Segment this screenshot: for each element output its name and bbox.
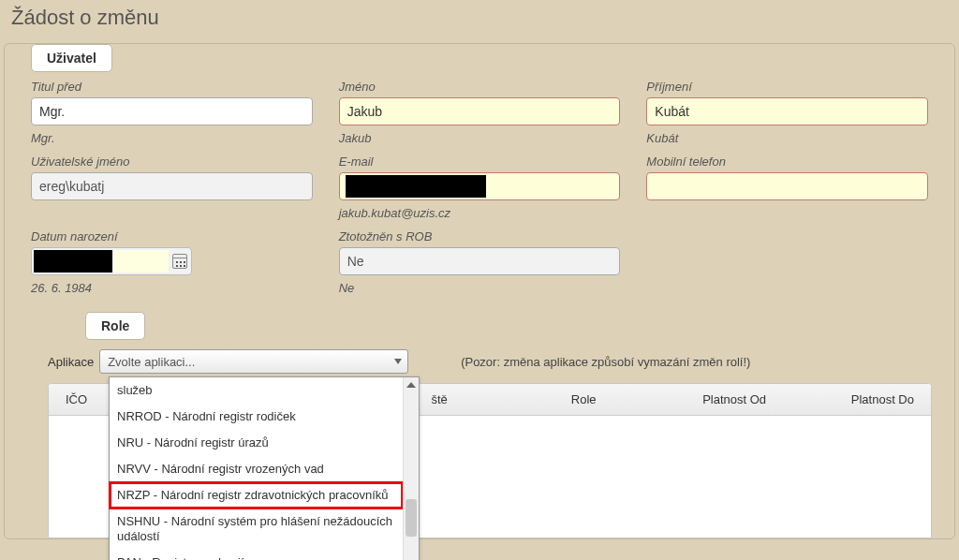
aplikace-dropdown[interactable]: služebNRROD - Národní registr rodičekNRU…	[109, 376, 420, 560]
phone-label: Mobilní telefon	[646, 155, 928, 169]
aplikace-warning: (Pozor: změna aplikace způsobí vymazání …	[461, 355, 750, 369]
page-title: Žádost o změnu	[4, 0, 955, 43]
rob-label: Ztotožněn s ROB	[339, 229, 621, 243]
dropdown-item[interactable]: NRZP - Národní registr zdravotnických pr…	[110, 482, 403, 508]
email-redacted	[346, 175, 486, 198]
aplikace-label: Aplikace	[48, 355, 94, 369]
email-label: E-mail	[339, 155, 621, 169]
dropdown-item[interactable]: NRROD - Národní registr rodiček	[110, 404, 403, 430]
user-legend: Uživatel	[31, 44, 112, 72]
phone-input[interactable]	[646, 172, 928, 200]
titul-pred-sub: Mgr.	[31, 131, 313, 145]
dob-input-wrap[interactable]	[31, 247, 192, 275]
dropdown-item[interactable]: NRU - Národní registr úrazů	[110, 430, 403, 456]
dob-redacted	[34, 250, 112, 273]
col-role: Role	[554, 392, 686, 406]
aplikace-select[interactable]: Zvolte aplikaci...	[99, 349, 408, 374]
scroll-up-icon[interactable]	[404, 377, 419, 392]
jmeno-label: Jméno	[339, 80, 621, 94]
dob-sub: 26. 6. 1984	[31, 281, 313, 295]
col-jmeno-suffix: ště	[414, 392, 553, 406]
col-platnost-do: Platnost Do	[834, 392, 931, 406]
username-input	[31, 172, 313, 200]
aplikace-select-text: Zvolte aplikaci...	[108, 355, 195, 369]
user-fieldset: Uživatel Titul před Mgr. Jméno Jakub Pří…	[22, 59, 937, 304]
dropdown-item[interactable]: služeb	[110, 377, 403, 404]
rob-sub: Ne	[339, 281, 621, 295]
titul-pred-input[interactable]	[31, 97, 313, 125]
dropdown-scrollbar[interactable]	[403, 377, 419, 560]
prijmeni-sub: Kubát	[646, 131, 928, 145]
scroll-thumb[interactable]	[406, 499, 417, 537]
col-platnost-od: Platnost Od	[686, 392, 834, 406]
email-sub: jakub.kubat@uzis.cz	[339, 206, 621, 220]
prijmeni-input[interactable]	[646, 97, 928, 125]
rob-input	[339, 247, 621, 275]
dropdown-item[interactable]: PAN - Registr pandemií	[110, 550, 403, 560]
username-label: Uživatelské jméno	[31, 155, 313, 169]
calendar-icon[interactable]	[172, 254, 187, 269]
titul-pred-label: Titul před	[31, 80, 313, 94]
chevron-down-icon	[394, 359, 402, 364]
email-input[interactable]	[339, 172, 621, 200]
jmeno-sub: Jakub	[339, 131, 621, 145]
prijmeni-label: Příjmení	[646, 80, 928, 94]
role-legend: Role	[85, 312, 145, 340]
dob-label: Datum narození	[31, 229, 313, 243]
dob-empty	[114, 250, 169, 273]
jmeno-input[interactable]	[339, 97, 621, 125]
dropdown-item[interactable]: NSHNU - Národní systém pro hlášení nežád…	[110, 508, 403, 550]
dropdown-item[interactable]: NRVV - Národní registr vrozených vad	[110, 456, 403, 482]
